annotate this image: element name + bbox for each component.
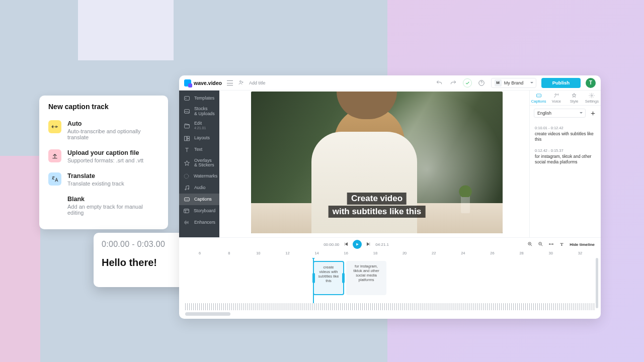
upload-icon — [48, 149, 61, 162]
svg-point-3 — [240, 80, 242, 82]
popover-item-title: Upload your caption file — [67, 149, 143, 156]
undo-button[interactable] — [435, 78, 444, 87]
popover-option-upload[interactable]: Upload your caption file Supported forma… — [48, 145, 159, 168]
auto-icon — [48, 120, 61, 133]
caption-time: 0:10.01 - 0:12.42 — [535, 126, 596, 130]
popover-item-sub: Add an empty track for manual editing — [67, 204, 159, 216]
popover-option-auto[interactable]: Auto Auto-transcribe and optionally tran… — [48, 116, 159, 145]
add-caption-track-button[interactable] — [589, 109, 597, 117]
svg-point-18 — [555, 94, 556, 95]
brand-select[interactable]: M My Brand — [491, 78, 536, 88]
blank-icon — [48, 196, 61, 209]
sidebar-item-captions[interactable]: Captions — [179, 194, 219, 205]
play-button[interactable] — [353, 240, 362, 249]
caption-list-item[interactable]: 0:12.42 - 0:15.37 for instagram, tiktok … — [534, 145, 597, 168]
title-input[interactable]: Add title — [249, 80, 266, 85]
sidebar-label: Storyboard — [194, 209, 215, 214]
svg-rect-7 — [184, 110, 189, 114]
popover-option-blank[interactable]: Blank Add an empty track for manual edit… — [48, 191, 159, 220]
skip-start-icon[interactable] — [343, 241, 349, 248]
sidebar-item-layouts[interactable]: Layouts — [179, 133, 219, 144]
inspector: Captions Voice Style Settings English 0:… — [529, 90, 601, 237]
preview-caption: Create video with subtitles like this — [329, 192, 426, 218]
total-time: 04:21.1 — [375, 242, 389, 247]
sidebar-item-stocks[interactable]: Stocks & Uploads — [179, 104, 219, 119]
caption-time: 0:12.42 - 0:15.37 — [535, 148, 596, 153]
sidebar-item-watermarks[interactable]: Watermarks — [179, 170, 219, 182]
redo-button[interactable] — [449, 78, 458, 87]
sidebar-item-overlays[interactable]: Overlays & Stickers — [179, 156, 219, 170]
svg-rect-8 — [184, 125, 189, 128]
caption-line: Create video — [347, 193, 407, 205]
sidebar-item-enhancers[interactable]: Enhancers — [179, 217, 219, 228]
caption-list-item[interactable]: 0:10.01 - 0:12.42 create videos with sub… — [534, 123, 597, 145]
help-icon[interactable] — [477, 78, 486, 87]
saved-badge — [463, 78, 472, 87]
add-member-icon[interactable] — [238, 78, 244, 87]
caption-text: for instagram, tiktok and other social m… — [535, 154, 596, 165]
clip-label: for instagram, tiktok and other social m… — [353, 264, 379, 282]
tab-captions[interactable]: Captions — [530, 90, 547, 105]
fit-width-icon[interactable] — [548, 241, 554, 248]
video-preview[interactable]: Create video with subtitles like this — [251, 92, 503, 233]
sidebar-label: Templates — [194, 96, 214, 101]
image-icon — [183, 108, 190, 115]
sidebar-label: Overlays & Stickers — [194, 158, 214, 168]
brand[interactable]: wave.video — [184, 79, 222, 86]
avatar[interactable]: T — [586, 78, 596, 88]
skip-end-icon[interactable] — [366, 241, 371, 248]
popover-option-translate[interactable]: Translate Translate existing track — [48, 168, 159, 191]
sidebar-sublabel: 4:21.01 — [194, 126, 206, 130]
brand-logo-icon — [184, 79, 191, 86]
popover-item-sub: Translate existing track — [67, 180, 124, 187]
hide-timeline-button[interactable]: Hide timeline — [570, 242, 595, 247]
layouts-icon — [183, 135, 190, 142]
templates-icon — [183, 95, 190, 102]
collapse-icon[interactable] — [559, 241, 565, 248]
clapper-icon — [183, 123, 190, 129]
language-select[interactable]: English — [534, 109, 586, 118]
svg-point-13 — [185, 189, 186, 190]
tab-label: Style — [570, 99, 579, 104]
popover-item-title: Blank — [67, 196, 159, 203]
stage: Create video with subtitles like this — [219, 90, 529, 237]
tab-label: Voice — [552, 99, 561, 104]
sidebar-item-audio[interactable]: Audio — [179, 182, 219, 194]
tab-style[interactable]: Style — [566, 90, 583, 105]
svg-rect-17 — [536, 94, 541, 97]
vertical-scrollbar[interactable] — [596, 258, 598, 308]
enhancers-icon — [183, 219, 190, 226]
publish-button[interactable]: Publish — [541, 78, 581, 88]
horizontal-scrollbar[interactable] — [185, 312, 595, 316]
tab-voice[interactable]: Voice — [547, 90, 565, 105]
audio-icon — [183, 185, 190, 191]
sidebar-label: Layouts — [194, 136, 210, 141]
sidebar-item-templates[interactable]: Templates — [179, 93, 219, 104]
sidebar-item-edit[interactable]: Edit4:21.01 — [179, 119, 219, 132]
popover-heading: New caption track — [48, 103, 159, 111]
zoom-out-icon[interactable] — [538, 241, 543, 248]
svg-point-19 — [591, 95, 593, 96]
svg-rect-10 — [187, 136, 189, 138]
brand-text: wave.video — [194, 80, 222, 86]
zoom-in-icon[interactable] — [527, 241, 533, 248]
current-time: 00:00.00 — [324, 242, 339, 247]
popover-item-sub: Auto-transcribe and optionally translate — [67, 128, 159, 140]
watermark-icon — [183, 173, 190, 179]
svg-rect-11 — [187, 139, 189, 141]
sidebar-item-storyboard[interactable]: Storyboard — [179, 205, 219, 217]
tab-label: Captions — [531, 99, 546, 104]
menu-icon[interactable] — [227, 80, 233, 85]
timeline-clip[interactable]: create videos with subtitles like this — [313, 261, 344, 295]
storyboard-icon — [183, 208, 190, 214]
tab-settings[interactable]: Settings — [583, 90, 601, 105]
timeline-clip[interactable]: for instagram, tiktok and other social m… — [346, 261, 386, 295]
svg-rect-16 — [184, 209, 189, 213]
sidebar-item-text[interactable]: Text — [179, 144, 219, 156]
sidebar-label: Edit — [194, 121, 202, 126]
translate-icon — [48, 172, 61, 186]
tab-label: Settings — [585, 99, 599, 104]
track-area[interactable]: create videos with subtitles like this f… — [185, 258, 595, 303]
brand-letter: M — [495, 79, 502, 86]
popover-item-sub: Supported formats: .srt and .vtt — [67, 157, 143, 163]
